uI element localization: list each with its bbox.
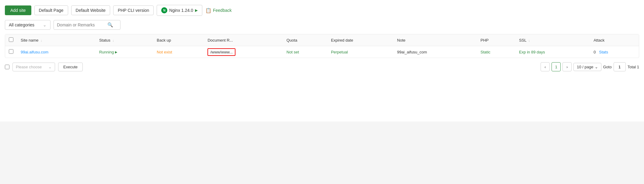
cell-attack: 0 Stats [590, 46, 639, 58]
cell-site-name: 99ai.aifusu.com [17, 46, 96, 58]
table-row: 99ai.aifusu.com Running ▶ Not exist /www… [5, 46, 639, 58]
next-page-button[interactable]: › [562, 62, 572, 71]
nginx-play-icon: ▶ [195, 8, 198, 12]
php-cli-button[interactable]: PHP CLI version [113, 5, 154, 15]
col-backup: Back up [153, 34, 204, 46]
nginx-label: Nginx 1.24.0 [169, 8, 193, 13]
cell-ssl: Exp in 89 days [515, 46, 590, 58]
cell-quota: Not set [283, 46, 327, 58]
execute-button[interactable]: Execute [58, 63, 83, 71]
sites-table: Site name ↓ Status ↓ Back up Document R.… [5, 34, 639, 58]
cell-expired-date: Perpetual [327, 46, 393, 58]
page-size-select[interactable]: 10 / page ⌄ [573, 63, 601, 71]
prev-page-button[interactable]: ‹ [541, 62, 550, 71]
cell-status: Running ▶ [96, 46, 153, 58]
document-root-value[interactable]: /www/www... [207, 48, 235, 56]
bulk-chevron-icon: ⌄ [48, 65, 52, 69]
search-input[interactable] [57, 22, 106, 27]
header-checkbox-cell [5, 34, 17, 46]
sort-status-icon[interactable]: ↓ [112, 39, 114, 42]
col-note: Note [393, 34, 477, 46]
bulk-action-select[interactable]: Please choose ⌄ [12, 63, 55, 71]
chevron-down-icon: ⌄ [43, 22, 47, 27]
page-1-button[interactable]: 1 [552, 62, 561, 71]
bulk-checkbox[interactable] [5, 65, 9, 69]
stats-link[interactable]: Stats [599, 50, 608, 54]
total-label: Total 1 [628, 65, 639, 69]
attack-count: 0 [594, 50, 596, 54]
row-checkbox-cell [5, 46, 17, 58]
select-all-checkbox[interactable] [9, 37, 13, 42]
sort-site-name-icon[interactable]: ↓ [40, 39, 42, 42]
col-quota: Quota [283, 34, 327, 46]
status-running: Running ▶ [99, 50, 149, 54]
col-site-name: Site name ↓ [17, 34, 96, 46]
page-size-label: 10 / page [577, 65, 593, 69]
toolbar: Add site Default Page Default Website PH… [5, 5, 639, 16]
sites-table-container: Site name ↓ Status ↓ Back up Document R.… [5, 34, 639, 58]
sort-ssl-icon[interactable]: ↓ [528, 39, 530, 42]
nginx-icon: N [161, 7, 167, 13]
cell-note: 99ai_aifusu_com [393, 46, 477, 58]
col-attack: Attack [590, 34, 639, 46]
bottom-bar: Please choose ⌄ Execute ‹ 1 › 10 / page … [5, 62, 639, 71]
feedback-button[interactable]: 📋 Feedback [205, 8, 231, 13]
add-site-button[interactable]: Add site [5, 5, 31, 15]
col-expired-date: Expired date [327, 34, 393, 46]
pagination: ‹ 1 › 10 / page ⌄ Goto Total 1 [541, 62, 639, 71]
search-box: 🔍 [54, 20, 120, 30]
cell-php: Static [477, 46, 516, 58]
goto-label: Goto [603, 65, 612, 69]
search-icon[interactable]: 🔍 [107, 22, 113, 28]
col-document-root: Document R... [204, 34, 283, 46]
category-select[interactable]: All categories ⌄ [5, 20, 50, 30]
status-play-icon: ▶ [115, 50, 117, 54]
col-status: Status ↓ [96, 34, 153, 46]
site-name-link[interactable]: 99ai.aifusu.com [21, 50, 48, 54]
row-checkbox[interactable] [9, 49, 13, 54]
feedback-label: Feedback [213, 8, 231, 13]
col-php: PHP [477, 34, 516, 46]
table-header-row: Site name ↓ Status ↓ Back up Document R.… [5, 34, 639, 46]
filter-row: All categories ⌄ 🔍 [5, 20, 639, 30]
col-ssl: SSL ↓ [515, 34, 590, 46]
category-label: All categories [9, 22, 34, 27]
please-choose-label: Please choose [16, 65, 42, 69]
default-page-button[interactable]: Default Page [34, 5, 68, 15]
default-website-button[interactable]: Default Website [71, 5, 110, 15]
page-size-chevron-icon: ⌄ [595, 65, 598, 69]
feedback-icon: 📋 [205, 8, 211, 13]
nginx-button[interactable]: N Nginx 1.24.0 ▶ [157, 5, 202, 16]
goto-input[interactable] [614, 62, 626, 71]
cell-document-root: /www/www... [204, 46, 283, 58]
cell-backup: Not exist [153, 46, 204, 58]
